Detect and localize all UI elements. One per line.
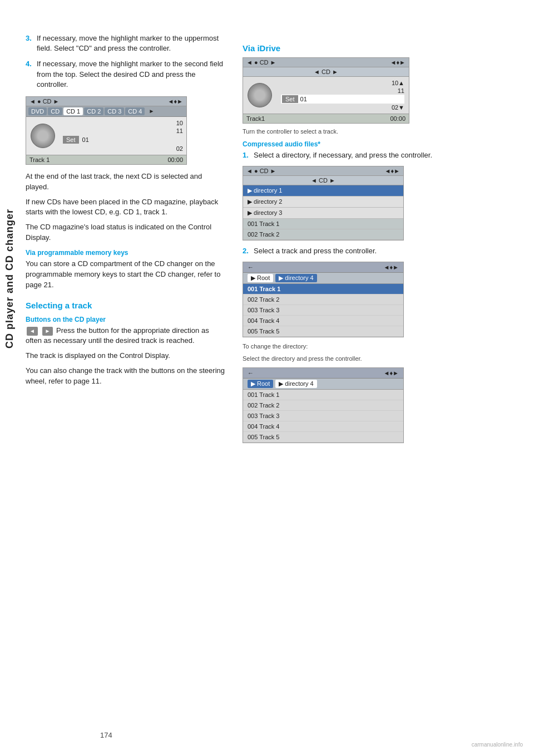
dir-row-1: ▶ directory 2 [243,197,403,208]
track-row2-001: 001 Track 1 [243,390,403,400]
cd-footer: Track 1 00:00 [26,155,186,164]
track-row-003: 003 Track 3 [243,305,403,316]
dir-row-3: 001 Track 1 [243,219,403,229]
track-10: 10 [63,119,183,127]
dir-top-bar: ◄ ● CD ► ◄♦► [243,166,403,176]
track-row2-005: 005 Track 5 [243,432,403,443]
track-screen-1: ← ◄♦► ▶ Root ▶ directory 4 001 Track 1 0… [243,262,404,337]
breadcrumb-dir4: ▶ directory 4 [275,274,317,282]
buttons-text-3: You can also change the track with the b… [26,366,226,387]
page-number: 174 [100,731,112,739]
track-screen-2-breadcrumb: ▶ Root ▶ directory 4 [243,379,403,390]
tab-dvd: DVD [28,107,47,115]
dir-row-4: 002 Track 2 [243,229,403,240]
change-dir-text-2: Select the directory and press the contr… [243,355,482,362]
track-02: 02 [63,145,183,153]
idrive-track-01-row: Set 01 [281,95,404,104]
idrive-top-bar: ◄ ● CD ► ◄♦► [243,58,409,67]
selecting-track-heading: Selecting a track [26,301,226,310]
idrive-disc-graphic [248,83,272,107]
track-screen-1-breadcrumb: ▶ Root ▶ directory 4 [243,273,403,284]
body-text-2: If new CDs have been placed in the CD ma… [26,197,226,218]
idrive-track-02: 02▼ [281,104,404,111]
dir-second-bar: ◄ CD ► [243,176,403,185]
buttons-heading: Buttons on the CD player [26,316,226,323]
disc-graphic [31,124,55,148]
sidebar-label: CD player and CD changer [0,111,20,445]
buttons-text-2: The track is displayed on the Control Di… [26,351,226,361]
left-column: 3. If necessary, move the highlight mark… [20,33,237,449]
tab-next-arrow: ► [146,107,157,115]
tab-cd2: CD 2 [84,107,103,115]
set-label: Set [63,136,79,144]
tab-cd: CD [48,107,62,115]
via-programmable-heading: Via programmable memory keys [26,249,226,257]
idrive-disc-area [243,77,276,114]
dir-row-2: ▶ directory 3 [243,208,403,219]
track-row-005: 005 Track 5 [243,326,403,337]
idrive-set-label: Set [282,95,298,103]
turn-text: Turn the controller to select a track. [243,128,482,135]
step-4: 4. If necessary, move the highlight mark… [26,59,226,90]
idrive-body: 10▲ 11 Set 01 02▼ [243,77,409,114]
change-dir-text-1: To change the directory: [243,343,482,350]
track-row2-003: 003 Track 3 [243,411,403,421]
track-11: 11 [63,127,183,135]
cd-tabs: DVD CD CD 1 CD 2 CD 3 CD 4 ► [26,106,186,117]
tab-cd1: CD 1 [63,107,83,115]
track-row-004: 004 Track 4 [243,316,403,326]
track-screen-2: ← ◄♦► ▶ Root ▶ directory 4 001 Track 1 0… [243,367,404,443]
idrive-track-11: 11 [281,87,404,95]
idrive-footer: Track1 00:00 [243,114,409,123]
track-row-002: 002 Track 2 [243,294,403,305]
cd-screen-left: ◄ ● CD ► ◄♦► DVD CD CD 1 CD 2 CD 3 CD 4 … [26,96,187,165]
via-programmable-text: You can store a CD compartment of the CD… [26,259,226,291]
watermark: carmanualonline.info [472,742,523,748]
breadcrumb-root-2: ▶ Root [248,380,273,388]
idrive-track-10: 10▲ [281,79,404,87]
buttons-text-1: ◄ ► Press the button for the appropriate… [26,326,226,347]
body-text-3: The CD magazine's load status is indicat… [26,222,226,243]
tab-cd3: CD 3 [105,107,124,115]
track-row2-002: 002 Track 2 [243,400,403,411]
tab-cd4: CD 4 [125,107,145,115]
via-idrive-heading: Via iDrive [243,43,482,53]
cd-tracks-list: 10 11 Set 01 02 [60,117,186,155]
track-set-01: Set 01 [63,136,183,144]
cd-top-bar: ◄ ● CD ► ◄♦► [26,97,186,106]
cd-disc [26,117,60,155]
track-screen-2-header: ← ◄♦► [243,368,403,379]
cd-body: 10 11 Set 01 02 [26,117,186,155]
track-row-001: 001 Track 1 [243,284,403,294]
dir-row-0: ▶ directory 1 [243,185,403,197]
prev-track-icon: ◄ [27,327,38,336]
idrive-tracks-area: 10▲ 11 Set 01 02▼ [276,77,409,114]
next-track-icon: ► [42,327,53,336]
compressed-heading: Compressed audio files* [243,140,482,148]
step-3: 3. If necessary, move the highlight mark… [26,33,226,53]
step-2-right: 2. Select a track and press the controll… [243,246,482,256]
compressed-step-1: 1. Select a directory, if necessary, and… [243,150,482,160]
body-text-1: At the end of the last track, the next C… [26,171,226,193]
breadcrumb-root: ▶ Root [248,274,273,282]
dir-screen: ◄ ● CD ► ◄♦► ◄ CD ► ▶ directory 1 ▶ dire… [243,166,404,240]
breadcrumb-dir4-2: ▶ directory 4 [275,380,317,388]
right-column: Via iDrive ◄ ● CD ► ◄♦► ◄ CD ► 10▲ 11 Se… [237,33,487,449]
track-screen-1-header: ← ◄♦► [243,262,403,273]
track-row2-004: 004 Track 4 [243,421,403,432]
idrive-screen: ◄ ● CD ► ◄♦► ◄ CD ► 10▲ 11 Set 01 02▼ [243,57,409,124]
idrive-second-bar: ◄ CD ► [243,67,409,77]
